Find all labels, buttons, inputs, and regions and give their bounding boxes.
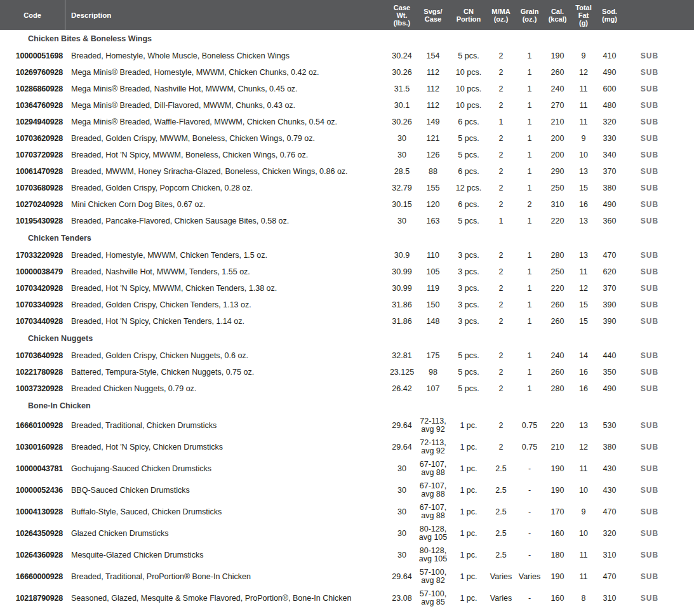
cn-portion-cell: 1 pc. <box>450 443 487 452</box>
mma-cell: 2 <box>487 168 515 176</box>
calories-cell: 210 <box>544 118 571 126</box>
calories-cell: 250 <box>544 184 571 192</box>
product-code-cell: 10703420928 <box>0 285 65 293</box>
section-title: Bone-In Chicken <box>0 401 694 410</box>
sub-badge-icon: SUB <box>641 529 658 538</box>
mma-cell: Varies <box>487 573 515 581</box>
sodium-cell: 410 <box>596 52 623 60</box>
table-row: 10264350928Glazed Chicken Drumsticks3080… <box>0 523 694 544</box>
sub-badge-icon: SUB <box>641 464 658 473</box>
table-row: 10300160928Breaded, Hot 'N Spicy, Chicke… <box>0 436 694 458</box>
cn-portion-cell: 3 pcs. <box>450 268 487 276</box>
case-weight-cell: 30.26 <box>388 118 416 126</box>
cn-portion-cell: 10 pcs. <box>450 69 487 77</box>
servings-per-case-cell: 120 <box>416 201 450 209</box>
product-description-cell: Breaded Chicken Nuggets, 0.79 oz. <box>65 385 388 393</box>
product-code-cell: 10294940928 <box>0 118 65 126</box>
sub-badge-icon: SUB <box>641 384 658 393</box>
mma-cell: 1 <box>487 217 515 225</box>
table-row: 10061470928Breaded, MWWM, Honey Sriracha… <box>0 163 694 180</box>
sub-badge-icon: SUB <box>641 284 658 293</box>
grain-cell: 1 <box>515 251 544 260</box>
case-weight-cell: 30.99 <box>388 268 416 276</box>
product-description-cell: Breaded, Hot 'N Spicy, Chicken Tenders, … <box>65 318 388 326</box>
product-description-cell: Gochujang-Sauced Chicken Drumsticks <box>65 465 388 473</box>
servings-per-case-cell: 126 <box>416 151 450 159</box>
total-fat-cell: 13 <box>571 168 596 176</box>
product-description-cell: Breaded, Golden Crispy, Chicken Nuggets,… <box>65 352 388 360</box>
grain-cell: - <box>515 551 544 559</box>
case-weight-cell: 30.9 <box>388 251 416 260</box>
sodium-cell: 480 <box>596 102 623 110</box>
table-row: 10221780928Battered, Tempura-Style, Chic… <box>0 364 694 380</box>
product-description-cell: Breaded, Hot 'N Spicy, MWWM, Boneless, C… <box>65 151 388 159</box>
product-description-cell: Buffalo-Style, Sauced, Chicken Drumstick… <box>65 508 388 516</box>
product-code-cell: 10218790928 <box>0 594 65 603</box>
servings-per-case-cell: 110 <box>416 251 450 260</box>
sub-badge-icon: SUB <box>641 217 658 225</box>
total-fat-cell: 11 <box>571 85 596 93</box>
mma-cell: 2 <box>487 285 515 293</box>
product-description-cell: Mega Minis® Breaded, Dill-Flavored, MWWM… <box>65 102 388 110</box>
col-header-svgs-case: Svgs/ Case <box>416 8 450 23</box>
total-fat-cell: 11 <box>571 465 596 473</box>
sodium-cell: 370 <box>596 285 623 293</box>
sub-badge-icon: SUB <box>641 251 658 260</box>
product-code-cell: 10195430928 <box>0 217 65 225</box>
table-row: 10037320928Breaded Chicken Nuggets, 0.79… <box>0 380 694 397</box>
case-weight-cell: 30 <box>388 530 416 538</box>
mma-cell: 2.5 <box>487 551 515 559</box>
grain-cell: Varies <box>515 573 544 581</box>
total-fat-cell: 13 <box>571 251 596 260</box>
sub-badge-icon: SUB <box>641 351 658 360</box>
grain-cell: - <box>515 486 544 495</box>
calories-cell: 210 <box>544 443 571 452</box>
col-header-cn-portion: CN Portion <box>450 8 487 23</box>
col-header-sodium: Sod. (mg) <box>596 8 623 23</box>
table-row: 10000052436BBQ-Sauced Chicken Drumsticks… <box>0 479 694 501</box>
section-title: Chicken Nuggets <box>0 334 694 343</box>
total-fat-cell: 14 <box>571 352 596 360</box>
col-header-grain: Grain (oz.) <box>515 8 544 23</box>
sub-badge-icon: SUB <box>641 594 658 603</box>
product-code-cell: 10264360928 <box>0 551 65 559</box>
servings-per-case-cell: 121 <box>416 135 450 143</box>
sub-cell: SUB <box>638 486 661 495</box>
product-code-cell: 10037320928 <box>0 385 65 393</box>
cn-portion-cell: 12 pcs. <box>450 184 487 192</box>
sub-badge-icon: SUB <box>641 68 658 77</box>
table-row: 16660100928Breaded, Traditional, Chicken… <box>0 415 694 436</box>
calories-cell: 240 <box>544 352 571 360</box>
product-code-cell: 10221780928 <box>0 368 65 377</box>
table-row: 10703420928Breaded, Hot 'N Spicy, MWWM, … <box>0 280 694 297</box>
sub-cell: SUB <box>638 85 661 93</box>
calories-cell: 260 <box>544 69 571 77</box>
sub-badge-icon: SUB <box>641 421 658 430</box>
table-row: 10269760928Mega Minis® Breaded, Homestyl… <box>0 64 694 81</box>
calories-cell: 310 <box>544 201 571 209</box>
total-fat-cell: 16 <box>571 385 596 393</box>
sodium-cell: 490 <box>596 201 623 209</box>
product-code-cell: 10000052436 <box>0 486 65 495</box>
table-row: 16660000928Breaded, Traditional, ProPort… <box>0 566 694 587</box>
product-code-cell: 10286860928 <box>0 85 65 93</box>
mma-cell: 2 <box>487 85 515 93</box>
mma-cell: 2 <box>487 135 515 143</box>
calories-cell: 290 <box>544 168 571 176</box>
mma-cell: 2 <box>487 385 515 393</box>
mma-cell: Varies <box>487 594 515 603</box>
total-fat-cell: 16 <box>571 201 596 209</box>
sodium-cell: 310 <box>596 551 623 559</box>
grain-cell: 1 <box>515 318 544 326</box>
calories-cell: 280 <box>544 251 571 260</box>
calories-cell: 220 <box>544 285 571 293</box>
servings-per-case-cell: 148 <box>416 318 450 326</box>
servings-per-case-cell: 67-107, avg 88 <box>416 504 450 520</box>
calories-cell: 260 <box>544 301 571 309</box>
cn-portion-cell: 5 pcs. <box>450 217 487 225</box>
mma-cell: 2 <box>487 102 515 110</box>
total-fat-cell: 8 <box>571 594 596 603</box>
table-row: 10286860928Mega Minis® Breaded, Nashvill… <box>0 81 694 97</box>
sub-cell: SUB <box>638 268 661 276</box>
product-code-cell: 10703440928 <box>0 318 65 326</box>
